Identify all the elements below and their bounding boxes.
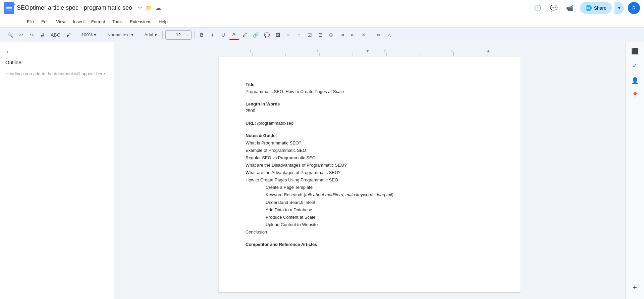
font-select[interactable]: Arial ▾ xyxy=(142,30,160,40)
indent-btn[interactable]: ⇥ xyxy=(337,30,347,40)
undo-btn[interactable]: ↩ xyxy=(16,30,26,40)
note-item-2[interactable]: Regular SEO vs Programmatic SEO xyxy=(246,154,494,162)
sep1 xyxy=(76,31,76,39)
comment-doc-btn[interactable]: 💬 xyxy=(262,30,272,40)
sidebar-back-btn[interactable]: ← xyxy=(5,48,108,55)
spellcheck-btn[interactable]: ABC xyxy=(49,30,62,40)
menu-format[interactable]: Format xyxy=(88,18,108,26)
folder-icon[interactable]: 📁 xyxy=(146,5,152,11)
add-plugin-btn[interactable]: + xyxy=(629,282,641,294)
svg-text:1: 1 xyxy=(250,50,251,53)
align-btn[interactable]: ≡ xyxy=(284,30,293,40)
clearformat-btn[interactable]: ✕ xyxy=(359,30,368,40)
history-icon[interactable]: 🕐 xyxy=(532,2,544,14)
menu-help[interactable]: Help xyxy=(155,18,171,26)
note-item-5[interactable]: How to Create Pages Using Programmatic S… xyxy=(246,176,494,184)
link-btn[interactable]: 🔗 xyxy=(251,30,261,40)
zoom-select[interactable]: 100% ▾ xyxy=(79,30,99,40)
outdent-btn[interactable]: ⇤ xyxy=(348,30,358,40)
competitor-label: Competitor and Reference Articles xyxy=(246,241,494,248)
font-size-value[interactable]: 12 xyxy=(174,32,183,37)
style-select[interactable]: Normal text ▾ xyxy=(105,30,136,40)
length-label: Length in Words xyxy=(246,101,494,108)
bold-btn[interactable]: B xyxy=(197,30,207,40)
sidebar-hint: Headings you add to the document will ap… xyxy=(5,71,108,77)
bulletlist-btn[interactable]: ☰ xyxy=(316,30,325,40)
url-label: URL: xyxy=(246,121,256,126)
title-right: 🕐 💬 📹 🌐 Share ▾ R xyxy=(532,2,640,14)
menu-insert[interactable]: Insert xyxy=(69,18,87,26)
sub-item-2[interactable]: Understand Search Intent xyxy=(266,199,494,206)
menu-edit[interactable]: Edit xyxy=(38,18,52,26)
textcolor-btn[interactable]: A xyxy=(229,30,239,40)
title-icons: ☆ 📁 ☁ xyxy=(138,5,161,11)
numberedlist-btn[interactable]: ① xyxy=(327,30,336,40)
menu-view[interactable]: View xyxy=(53,18,69,26)
video-icon[interactable]: 📹 xyxy=(564,2,576,14)
document-page[interactable]: Title Programmatic SEO: How to Create Pa… xyxy=(219,57,521,292)
sheets-icon[interactable]: ⬛ xyxy=(629,45,641,57)
share-button[interactable]: 🌐 Share xyxy=(580,2,612,14)
sep2 xyxy=(102,31,102,39)
sub-item-4[interactable]: Produce Content at Scale xyxy=(266,214,494,221)
doc-area[interactable]: 1 2 3 4 Title Programmatic SEO: How to C… xyxy=(114,42,625,299)
share-dropdown[interactable]: ▾ xyxy=(614,2,624,14)
contacts-icon[interactable]: 👤 xyxy=(629,75,641,87)
note-item-0[interactable]: What is Programmatic SEO? xyxy=(246,139,494,147)
toolbar: 🔍 ↩ ↪ 🖨 ABC 🖌 100% ▾ Normal text ▾ Arial… xyxy=(0,28,644,42)
note-item-1[interactable]: Example of Programmatic SEO xyxy=(246,147,494,154)
font-size-decrease[interactable]: − xyxy=(166,30,174,40)
svg-text:3: 3 xyxy=(384,50,385,53)
avatar[interactable]: R xyxy=(628,2,640,14)
font-size-increase[interactable]: + xyxy=(183,30,191,40)
paintformat-btn[interactable]: 🖌 xyxy=(64,30,73,40)
title-value[interactable]: Programmatic SEO: How to Create Pages at… xyxy=(246,88,494,95)
title-bar: SEOptimer article spec - programmatic se… xyxy=(0,0,644,16)
font-size-area: − 12 + xyxy=(165,30,192,40)
note-item-3[interactable]: What are the Disadvantages of Programmat… xyxy=(246,162,494,169)
sub-list: Create a Page Template Keyword Research … xyxy=(246,184,494,228)
checklist-btn[interactable]: ☑ xyxy=(305,30,315,40)
sub-item-3[interactable]: Add Data to a Database xyxy=(266,206,494,214)
svg-rect-0 xyxy=(219,49,521,56)
sub-item-0[interactable]: Create a Page Template xyxy=(266,184,494,191)
italic-note: talk about modifiers, main keywords, lon… xyxy=(305,192,392,197)
length-value[interactable]: 2500 xyxy=(246,108,494,115)
collapse-btn[interactable]: △ xyxy=(385,30,394,40)
doc-icon xyxy=(4,2,14,14)
note-item-4[interactable]: What are the Advantages of Programmatic … xyxy=(246,169,494,176)
image-btn[interactable]: 🖼 xyxy=(273,30,282,40)
print-btn[interactable]: 🖨 xyxy=(38,30,47,40)
menu-extensions[interactable]: Extensions xyxy=(126,18,155,26)
notes-label: Notes & Guide xyxy=(246,132,494,139)
linespacing-btn[interactable]: ↕ xyxy=(294,30,304,40)
italic-btn[interactable]: I xyxy=(208,30,217,40)
menu-file[interactable]: File xyxy=(23,18,37,26)
menu-tools[interactable]: Tools xyxy=(109,18,126,26)
pen-btn[interactable]: ✏ xyxy=(374,30,383,40)
sep3 xyxy=(139,31,139,39)
cloud-icon[interactable]: ☁ xyxy=(156,5,161,11)
competitor-section: Competitor and Reference Articles xyxy=(246,241,494,248)
comment-icon[interactable]: 💬 xyxy=(548,2,560,14)
right-panel: ⬛ ✓ 👤 📍 + xyxy=(625,42,644,299)
tasks-icon[interactable]: ✓ xyxy=(629,60,641,72)
conclusion-item[interactable]: Conclusion xyxy=(246,228,494,236)
title-label: Title xyxy=(246,81,494,88)
doc-title: SEOptimer article spec - programmatic se… xyxy=(17,4,132,11)
maps-icon[interactable]: 📍 xyxy=(629,89,641,101)
sep6 xyxy=(371,31,371,39)
highlight-btn[interactable]: 🖊 xyxy=(240,30,250,40)
url-value[interactable]: /programmatic-seo xyxy=(257,121,293,126)
redo-btn[interactable]: ↪ xyxy=(27,30,37,40)
search-btn[interactable]: 🔍 xyxy=(5,30,15,40)
star-icon[interactable]: ☆ xyxy=(138,5,142,11)
sub-item-5[interactable]: Upload Content to Website xyxy=(266,221,494,228)
sub-item-1[interactable]: Keyword Research (talk about modifiers, … xyxy=(266,191,494,199)
title-section: Title Programmatic SEO: How to Create Pa… xyxy=(246,81,494,95)
svg-text:2: 2 xyxy=(317,50,318,53)
main-area: ← Outline Headings you add to the docume… xyxy=(0,42,644,299)
underline-btn[interactable]: U xyxy=(219,30,228,40)
sep5 xyxy=(194,31,195,39)
url-section: URL: /programmatic-seo xyxy=(246,120,494,127)
